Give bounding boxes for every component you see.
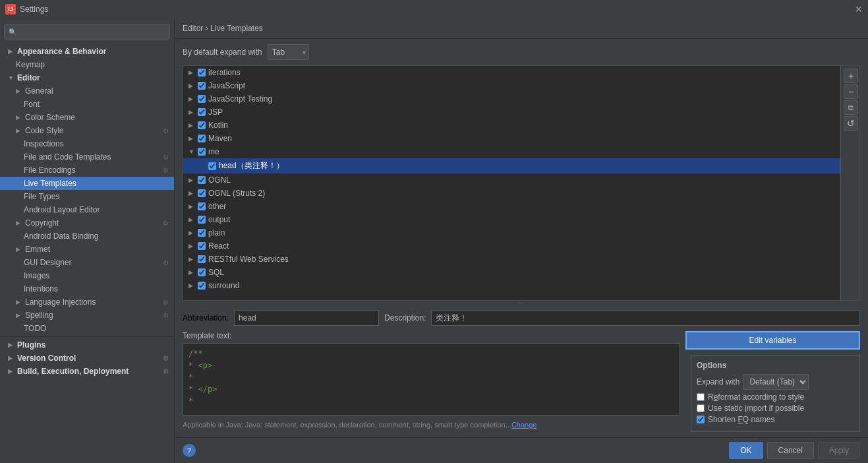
sidebar-item-general[interactable]: ▶ General bbox=[0, 84, 174, 98]
sidebar-item-font[interactable]: Font bbox=[0, 98, 174, 111]
search-box[interactable]: 🔍 bbox=[4, 24, 170, 40]
expand-with-select-wrapper[interactable]: Default (Tab) Tab Space Enter bbox=[743, 374, 809, 390]
template-label: JavaScript Testing bbox=[208, 94, 272, 104]
help-button[interactable]: ? bbox=[183, 444, 196, 457]
expand-with-select[interactable]: Default (Tab) Tab Space Enter bbox=[743, 374, 809, 390]
list-item[interactable]: ▶ Kotlin bbox=[183, 119, 840, 132]
list-item[interactable]: ▶ other bbox=[183, 200, 840, 213]
templates-list[interactable]: ▶ iterations ▶ JavaScript ▶ JavaScr bbox=[183, 65, 840, 301]
template-checkbox[interactable] bbox=[198, 229, 206, 237]
static-import-checkbox[interactable] bbox=[697, 404, 705, 412]
template-checkbox[interactable] bbox=[198, 202, 206, 210]
sidebar-item-copyright[interactable]: ▶ Copyright ⚙ bbox=[0, 216, 174, 230]
template-code-area[interactable]: /** * <p> * * </p> * bbox=[183, 343, 680, 416]
sidebar-item-build[interactable]: ▶ Build, Execution, Deployment ⚙ bbox=[0, 365, 174, 378]
sidebar-item-emmet[interactable]: ▶ Emmet bbox=[0, 243, 174, 256]
template-checkbox[interactable] bbox=[198, 95, 206, 103]
desc-input[interactable]: 类注释！ bbox=[431, 310, 860, 326]
expand-select-wrapper[interactable]: Tab Space Enter bbox=[268, 44, 309, 60]
expand-select[interactable]: Tab Space Enter bbox=[268, 44, 309, 60]
template-label: Maven bbox=[208, 134, 232, 143]
settings-icon: ⚙ bbox=[163, 312, 169, 319]
template-checkbox[interactable] bbox=[198, 148, 206, 156]
sidebar-item-label: File and Code Templates bbox=[24, 152, 111, 162]
abbrev-input[interactable]: head bbox=[234, 310, 379, 326]
sidebar-item-editor[interactable]: ▼ Editor bbox=[0, 71, 174, 84]
list-item[interactable]: ▶ plain bbox=[183, 226, 840, 239]
sidebar-item-spelling[interactable]: ▶ Spelling ⚙ bbox=[0, 309, 174, 322]
applicable-row: Applicable in Java; Java: statement, exp… bbox=[183, 421, 680, 429]
list-item[interactable]: ▶ OGNL bbox=[183, 173, 840, 187]
list-item[interactable]: ▶ SQL bbox=[183, 266, 840, 279]
list-item[interactable]: ▶ React bbox=[183, 239, 840, 253]
sidebar-item-file-code-templates[interactable]: File and Code Templates ⚙ bbox=[0, 150, 174, 164]
sidebar-item-intentions[interactable]: Intentions bbox=[0, 282, 174, 295]
sidebar-item-color-scheme[interactable]: ▶ Color Scheme bbox=[0, 111, 174, 124]
sidebar-item-version-control[interactable]: ▶ Version Control ⚙ bbox=[0, 352, 174, 365]
template-checkbox[interactable] bbox=[198, 268, 206, 276]
list-item[interactable]: ▶ output bbox=[183, 213, 840, 226]
template-checkbox[interactable] bbox=[198, 135, 206, 142]
sidebar-item-label: Keymap bbox=[16, 60, 45, 69]
template-checkbox[interactable] bbox=[208, 162, 216, 170]
sidebar-item-android-layout[interactable]: Android Layout Editor bbox=[0, 203, 174, 216]
sidebar-item-android-data[interactable]: Android Data Binding bbox=[0, 230, 174, 243]
template-checkbox[interactable] bbox=[198, 282, 206, 290]
reformat-label[interactable]: Reformat according to style bbox=[708, 392, 804, 402]
template-checkbox[interactable] bbox=[198, 82, 206, 90]
remove-button[interactable]: − bbox=[844, 84, 858, 99]
sidebar-item-label: Code Style bbox=[25, 126, 64, 135]
ok-button[interactable]: OK bbox=[729, 442, 763, 459]
sidebar-item-label: Inspections bbox=[24, 139, 64, 148]
sidebar-item-code-style[interactable]: ▶ Code Style ⚙ bbox=[0, 124, 174, 137]
edit-variables-button[interactable]: Edit variables bbox=[685, 331, 860, 350]
template-checkbox[interactable] bbox=[198, 121, 206, 129]
list-item[interactable]: ▶ JavaScript Testing bbox=[183, 92, 840, 106]
list-item[interactable]: ▶ JavaScript bbox=[183, 79, 840, 92]
list-item[interactable]: ▶ JSP bbox=[183, 106, 840, 119]
cancel-button[interactable]: Cancel bbox=[767, 442, 814, 459]
sidebar-item-images[interactable]: Images bbox=[0, 269, 174, 282]
shorten-text: Shorten bbox=[708, 415, 738, 424]
add-button[interactable]: + bbox=[844, 69, 858, 83]
chevron-right-icon: ▶ bbox=[188, 69, 195, 76]
sidebar-item-label: Color Scheme bbox=[25, 113, 75, 122]
chevron-right-icon: ▶ bbox=[188, 82, 195, 89]
template-checkbox[interactable] bbox=[198, 216, 206, 224]
sidebar-item-language-injections[interactable]: ▶ Language Injections ⚙ bbox=[0, 295, 174, 309]
list-item[interactable]: ▶ Maven bbox=[183, 132, 840, 145]
sidebar-item-label: GUI Designer bbox=[24, 258, 72, 267]
shorten-label[interactable]: Shorten FQ names bbox=[708, 415, 774, 424]
sidebar-item-live-templates[interactable]: Live Templates bbox=[0, 177, 174, 190]
sidebar-item-plugins[interactable]: ▶ Plugins bbox=[0, 338, 174, 352]
list-item[interactable]: ▶ iterations bbox=[183, 66, 840, 79]
close-icon[interactable]: ✕ bbox=[855, 4, 863, 15]
sidebar-item-gui-designer[interactable]: GUI Designer ⚙ bbox=[0, 256, 174, 269]
apply-button[interactable]: Apply bbox=[818, 442, 860, 459]
title-bar: IJ Settings ✕ bbox=[0, 0, 868, 18]
chevron-right-icon: ▶ bbox=[188, 256, 195, 262]
list-item[interactable]: ▼ me bbox=[183, 145, 840, 158]
sidebar-item-file-types[interactable]: File Types bbox=[0, 190, 174, 203]
template-checkbox[interactable] bbox=[198, 255, 206, 263]
shorten-checkbox[interactable] bbox=[697, 416, 705, 423]
template-checkbox[interactable] bbox=[198, 108, 206, 116]
sidebar-item-keymap[interactable]: Keymap bbox=[0, 58, 174, 71]
list-item[interactable]: ▶ surround bbox=[183, 279, 840, 292]
static-import-label[interactable]: Use static import if possible bbox=[708, 404, 804, 413]
list-item[interactable]: ▶ RESTful Web Services bbox=[183, 253, 840, 266]
sidebar-item-appearance[interactable]: ▶ Appearance & Behavior bbox=[0, 45, 174, 58]
reset-button[interactable]: ↺ bbox=[844, 116, 858, 131]
sidebar-item-todo[interactable]: TODO bbox=[0, 322, 174, 335]
copy-button[interactable]: ⧉ bbox=[844, 100, 858, 115]
template-checkbox[interactable] bbox=[198, 69, 206, 77]
list-item[interactable]: head（类注释！） bbox=[183, 158, 840, 173]
applicable-change-link[interactable]: Change bbox=[511, 421, 537, 429]
template-checkbox[interactable] bbox=[198, 176, 206, 184]
template-checkbox[interactable] bbox=[198, 189, 206, 197]
reformat-checkbox[interactable] bbox=[697, 393, 705, 401]
sidebar-item-file-encodings[interactable]: File Encodings ⚙ bbox=[0, 164, 174, 177]
template-checkbox[interactable] bbox=[198, 242, 206, 250]
sidebar-item-inspections[interactable]: Inspections bbox=[0, 137, 174, 150]
list-item[interactable]: ▶ OGNL (Struts 2) bbox=[183, 187, 840, 200]
